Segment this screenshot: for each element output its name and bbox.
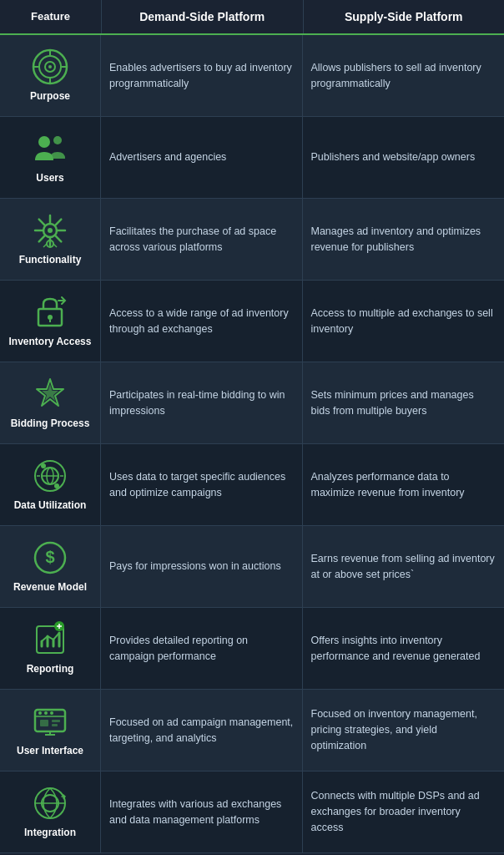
dsp-cell-1: Advertisers and agencies [101, 117, 303, 198]
purpose-icon [32, 48, 68, 85]
functionality-icon [32, 212, 68, 249]
feature-cell-0: Purpose [0, 35, 101, 116]
ssp-cell-0: Allows publishers to sell ad inventory p… [303, 35, 505, 116]
table-row: Purpose Enables advertisers to buy ad in… [0, 35, 504, 117]
data-icon [32, 458, 68, 494]
svg-point-11 [48, 228, 53, 233]
feature-cell-8: User Interface [0, 690, 101, 771]
svg-point-9 [53, 136, 62, 144]
table-row: Integration Integrates with various ad e… [0, 772, 504, 853]
feature-cell-2: Functionality [0, 199, 101, 280]
svg-point-3 [48, 65, 52, 68]
table-row: Inventory Access Access to a wide range … [0, 281, 504, 362]
svg-point-25 [41, 463, 46, 468]
header-ssp: Supply-Side Platform [303, 0, 505, 33]
feature-label-1: Users [36, 172, 63, 185]
table-row: Bidding Process Participates in real-tim… [0, 362, 504, 444]
feature-cell-5: Data Utilization [0, 444, 101, 525]
ssp-cell-6: Earns revenue from selling ad inventory … [303, 526, 505, 607]
dsp-cell-2: Facilitates the purchase of ad space acr… [101, 199, 303, 280]
bidding-icon [32, 376, 68, 412]
feature-label-0: Purpose [30, 90, 70, 104]
dsp-cell-4: Participates in real-time bidding to win… [101, 362, 303, 443]
ssp-cell-3: Access to multiple ad exchanges to sell … [303, 281, 505, 362]
ssp-cell-9: Connects with multiple DSPs and ad excha… [303, 772, 505, 852]
svg-text:$: $ [45, 548, 54, 566]
feature-cell-9: Integration [0, 772, 101, 852]
table-row: Functionality Facilitates the purchase o… [0, 199, 504, 281]
table-row: Reporting Provides detailed reporting on… [0, 608, 504, 690]
integration-icon [32, 785, 68, 822]
dsp-cell-0: Enables advertisers to buy ad inventory … [101, 35, 303, 116]
ssp-cell-5: Analyzes performance data to maximize re… [303, 444, 505, 525]
header-feature: Feature [0, 0, 101, 33]
svg-point-40 [44, 711, 48, 715]
dsp-cell-9: Integrates with various ad exchanges and… [101, 772, 303, 852]
users-icon [32, 130, 68, 167]
svg-point-26 [54, 483, 59, 488]
svg-rect-44 [52, 724, 58, 726]
table-row: $ Revenue Model Pays for impressions won… [0, 526, 504, 608]
feature-cell-1: Users [0, 117, 101, 198]
table-row: Data Utilization Uses data to target spe… [0, 444, 504, 526]
feature-cell-7: Reporting [0, 608, 101, 689]
dsp-cell-5: Uses data to target specific audiences a… [101, 444, 303, 525]
svg-line-14 [53, 244, 57, 247]
feature-label-4: Bidding Process [11, 417, 90, 431]
feature-label-5: Data Utilization [14, 499, 87, 513]
inventory-icon [32, 294, 68, 331]
svg-point-8 [38, 136, 50, 148]
svg-point-41 [50, 711, 53, 715]
ssp-cell-7: Offers insights into inventory performan… [303, 608, 505, 689]
dsp-cell-3: Access to a wide range of ad inventory t… [101, 281, 303, 362]
table-body: Purpose Enables advertisers to buy ad in… [0, 35, 504, 853]
table-row: User Interface Focused on ad campaign ma… [0, 690, 504, 772]
feature-label-2: Functionality [19, 254, 82, 267]
dsp-cell-7: Provides detailed reporting on campaign … [101, 608, 303, 689]
svg-point-16 [48, 315, 53, 320]
revenue-icon: $ [32, 539, 68, 576]
feature-label-3: Inventory Access [9, 336, 92, 349]
header-dsp: Demand-Side Platform [101, 0, 303, 33]
svg-line-13 [43, 244, 47, 247]
feature-label-9: Integration [24, 827, 76, 840]
svg-rect-43 [52, 720, 60, 722]
table-row: Users Advertisers and agencies Publisher… [0, 117, 504, 199]
ssp-cell-8: Focused on inventory management, pricing… [303, 690, 505, 771]
comparison-table: Feature Demand-Side Platform Supply-Side… [0, 0, 504, 853]
feature-label-6: Revenue Model [13, 581, 87, 594]
feature-cell-6: $ Revenue Model [0, 526, 101, 607]
svg-point-39 [38, 711, 42, 715]
feature-cell-4: Bidding Process [0, 362, 101, 443]
ssp-cell-2: Manages ad inventory and optimizes reven… [303, 199, 505, 280]
dsp-cell-6: Pays for impressions won in auctions [101, 526, 303, 607]
table-header: Feature Demand-Side Platform Supply-Side… [0, 0, 504, 35]
feature-label-8: User Interface [17, 745, 83, 758]
dsp-cell-8: Focused on ad campaign management, targe… [101, 690, 303, 771]
ssp-cell-4: Sets minimum prices and manages bids fro… [303, 362, 505, 443]
svg-rect-42 [40, 720, 48, 726]
ssp-cell-1: Publishers and website/app owners [303, 117, 505, 198]
reporting-icon [32, 621, 68, 658]
ui-icon [32, 703, 68, 740]
feature-label-7: Reporting [27, 663, 74, 676]
feature-cell-3: Inventory Access [0, 281, 101, 362]
